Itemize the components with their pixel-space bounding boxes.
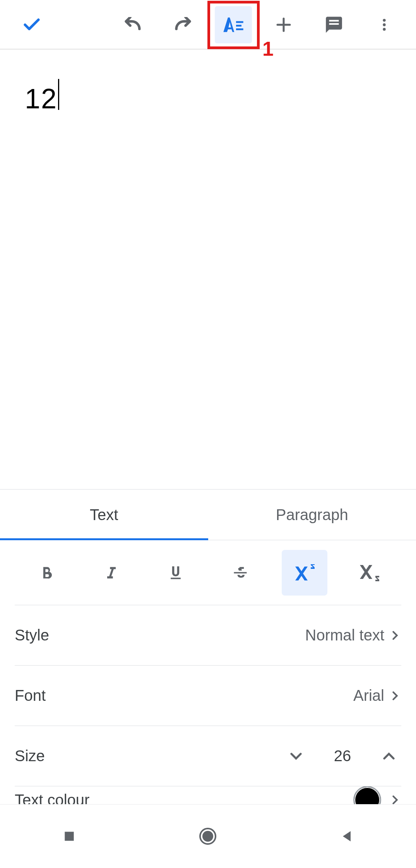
font-label: Font [15, 687, 353, 704]
subscript-icon [358, 564, 380, 581]
active-tab-indicator [0, 538, 208, 540]
strikethrough-icon [232, 564, 249, 581]
more-button[interactable] [366, 6, 403, 43]
undo-button[interactable] [114, 6, 151, 43]
superscript-icon [294, 564, 315, 581]
annotation-label-1: 1 [262, 37, 274, 60]
more-vert-icon [377, 17, 392, 33]
circle-icon [199, 827, 217, 846]
style-value: Normal text [305, 627, 385, 644]
svg-rect-8 [65, 832, 74, 841]
text-format-icon [223, 14, 244, 36]
superscript-button[interactable] [282, 550, 327, 596]
chevron-right-icon [389, 690, 401, 702]
tab-text-label: Text [90, 506, 118, 524]
nav-home-button[interactable] [185, 813, 231, 859]
bold-icon [38, 564, 55, 581]
size-label: Size [15, 747, 284, 765]
panel-tabs: Text Paragraph [0, 490, 416, 540]
svg-rect-1 [236, 25, 241, 27]
undo-icon [123, 17, 143, 33]
size-value: 26 [327, 747, 358, 765]
triangle-left-icon [339, 829, 354, 844]
document-editor[interactable]: 12 [0, 50, 416, 487]
text-format-button[interactable] [215, 6, 252, 43]
nav-back-button[interactable] [324, 813, 370, 859]
style-label: Style [15, 627, 305, 644]
square-icon [62, 829, 77, 844]
nav-recent-button[interactable] [46, 813, 92, 859]
svg-point-5 [383, 19, 385, 22]
underline-button[interactable] [153, 550, 199, 596]
svg-rect-0 [236, 21, 243, 23]
size-decrease-button[interactable] [284, 744, 308, 769]
tab-paragraph-label: Paragraph [276, 506, 348, 524]
chevron-right-icon [389, 629, 401, 642]
done-button[interactable] [13, 6, 50, 43]
comment-icon [324, 15, 344, 34]
redo-button[interactable] [164, 6, 202, 43]
strikethrough-button[interactable] [217, 550, 263, 596]
redo-icon [173, 17, 193, 33]
svg-rect-3 [329, 20, 339, 22]
format-buttons-row [15, 540, 401, 605]
plus-icon [274, 15, 293, 34]
font-row[interactable]: Font Arial [15, 666, 401, 726]
svg-rect-4 [329, 23, 339, 25]
underline-icon [167, 564, 184, 581]
size-row: Size 26 [15, 726, 401, 786]
check-icon [22, 15, 42, 35]
format-panel: Text Paragraph [0, 490, 416, 804]
subscript-button[interactable] [346, 550, 392, 596]
text-cursor [58, 79, 59, 110]
tab-paragraph[interactable]: Paragraph [208, 490, 416, 540]
svg-point-6 [383, 23, 385, 26]
style-row[interactable]: Style Normal text [15, 605, 401, 666]
chevron-up-icon [382, 749, 396, 763]
svg-point-7 [383, 28, 385, 31]
svg-point-10 [202, 831, 213, 842]
comment-button[interactable] [315, 6, 353, 43]
italic-button[interactable] [89, 550, 134, 596]
text-settings-list: Style Normal text Font Arial Size 26 [15, 605, 401, 813]
document-text: 12 [25, 83, 57, 114]
chevron-down-icon [289, 749, 303, 763]
bold-button[interactable] [24, 550, 70, 596]
system-nav-bar [0, 804, 416, 868]
tab-text[interactable]: Text [0, 490, 208, 540]
font-value: Arial [353, 687, 384, 704]
size-increase-button[interactable] [377, 744, 401, 769]
top-toolbar [0, 0, 416, 50]
italic-icon [103, 564, 120, 581]
svg-rect-2 [236, 28, 243, 30]
